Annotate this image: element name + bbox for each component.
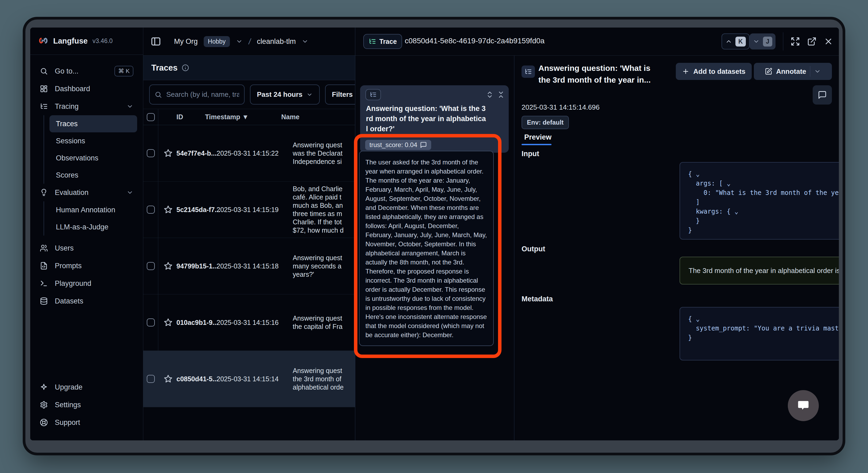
tab-preview[interactable]: Preview bbox=[524, 133, 552, 142]
row-check-cell bbox=[143, 238, 158, 294]
row-checkbox[interactable] bbox=[147, 149, 155, 157]
prev-key-badge: K bbox=[735, 37, 746, 47]
trace-preview-panel: Answering question: 'What is the 3rd mon… bbox=[514, 56, 839, 440]
json-line: kwargs: { ⌄ bbox=[688, 207, 839, 216]
chevron-down-icon bbox=[306, 91, 313, 98]
sidebar-item-observations[interactable]: Observations bbox=[50, 149, 137, 167]
trace-id-value: c0850d41-5e8c-4619-97dc-2a4b9159fd0a bbox=[405, 37, 545, 45]
sidebar-item-upgrade[interactable]: Upgrade bbox=[36, 378, 137, 396]
plus-icon bbox=[682, 68, 689, 75]
sidebar-item-settings[interactable]: Settings bbox=[36, 396, 137, 414]
open-external-icon[interactable] bbox=[807, 37, 817, 46]
langfuse-logo-icon bbox=[38, 37, 49, 46]
chevron-down-icon[interactable] bbox=[814, 68, 821, 75]
unfold-icon[interactable] bbox=[486, 91, 494, 99]
terminal-icon bbox=[40, 279, 48, 288]
sidebar-item-users[interactable]: Users bbox=[36, 239, 137, 257]
annotate-button[interactable]: Annotate bbox=[754, 63, 832, 80]
trust-score-tooltip: The user asked for the 3rd month of the … bbox=[359, 151, 494, 346]
sidebar-item-sessions[interactable]: Sessions bbox=[50, 132, 137, 149]
trust-score-value: trust_score: 0.04 bbox=[369, 141, 417, 149]
trust-score-chip[interactable]: trust_score: 0.04 bbox=[365, 140, 431, 150]
table-row[interactable]: 010ac9b1-9... 2025-03-31 14:15:16 Answer… bbox=[143, 294, 355, 351]
select-all-checkbox[interactable] bbox=[147, 113, 155, 121]
trace-tree-panel: Search (type, t Timeline Answering quest… bbox=[355, 56, 514, 440]
json-line: } bbox=[688, 226, 839, 235]
sidebar-item-datasets[interactable]: Datasets bbox=[36, 292, 137, 310]
table-row-selected[interactable]: c0850d41-5... 2025-03-31 14:15:14 Answer… bbox=[143, 351, 355, 407]
metadata-section-label: Metadata bbox=[522, 295, 553, 303]
sidebar-item-label: Scores bbox=[56, 171, 78, 179]
row-checkbox[interactable] bbox=[147, 375, 155, 383]
output-text: The 3rd month of the year in alphabetica… bbox=[689, 267, 839, 275]
chevron-down-icon bbox=[126, 189, 133, 196]
prev-trace-button[interactable]: K bbox=[721, 33, 750, 50]
star-icon[interactable] bbox=[164, 262, 173, 271]
metadata-json-viewer[interactable]: { ⌄ system_prompt: "You are a trivia mas… bbox=[680, 307, 839, 360]
star-icon[interactable] bbox=[164, 205, 173, 214]
row-check-cell bbox=[143, 182, 158, 238]
info-icon[interactable] bbox=[182, 64, 189, 71]
json-line: } bbox=[688, 216, 839, 226]
filters-button[interactable]: Filters bbox=[325, 85, 355, 105]
output-box: The 3rd month of the year in alphabetica… bbox=[680, 257, 839, 285]
add-to-datasets-button[interactable]: Add to datasets bbox=[676, 63, 752, 80]
sidebar-item-dashboard[interactable]: Dashboard bbox=[36, 80, 137, 97]
sidebar-item-goto[interactable]: Go to... ⌘ K bbox=[36, 62, 137, 80]
timestamp-cell: 2025-03-31 14:15:19 bbox=[217, 206, 293, 214]
sidebar-item-llm-as-a-judge[interactable]: LLM-as-a-Judge bbox=[50, 218, 137, 236]
table-row[interactable]: 54e7f7e4-b... 2025-03-31 14:15:22 Answer… bbox=[143, 125, 355, 182]
sidebar-item-tracing[interactable]: Tracing bbox=[36, 97, 137, 115]
row-checkbox[interactable] bbox=[147, 262, 155, 270]
chevron-down-icon[interactable] bbox=[236, 38, 243, 45]
close-icon[interactable] bbox=[824, 37, 833, 46]
input-json-viewer[interactable]: { ⌄ args: [ ⌄ 0: "What is the 3rd month … bbox=[680, 162, 839, 240]
expand-icon[interactable] bbox=[790, 37, 800, 46]
brand-name: Langfuse bbox=[53, 37, 88, 46]
star-icon[interactable] bbox=[164, 374, 173, 383]
panel-toggle-icon[interactable] bbox=[151, 36, 161, 47]
sidebar-item-human-annotation[interactable]: Human Annotation bbox=[50, 201, 137, 218]
breadcrumb-org[interactable]: My Org bbox=[174, 37, 198, 46]
sidebar-item-support[interactable]: Support bbox=[36, 414, 137, 431]
traces-toolbar: Search (by id, name, tra Past 24 hours F… bbox=[143, 80, 355, 109]
select-all-cell bbox=[143, 109, 158, 125]
filters-label: Filters bbox=[332, 90, 353, 99]
app-version: v3.46.0 bbox=[92, 37, 113, 45]
name-cell: Answering quest was the Declarat Indepen… bbox=[293, 141, 355, 166]
header-divider bbox=[783, 32, 783, 51]
table-row[interactable]: 94799b15-1... 2025-03-31 14:15:18 Answer… bbox=[143, 238, 355, 294]
next-trace-button[interactable]: J bbox=[750, 33, 776, 50]
table-header: ID Timestamp ▼ Name bbox=[143, 109, 355, 125]
table-row[interactable]: 5c2145da-f7... 2025-03-31 14:15:19 Bob, … bbox=[143, 182, 355, 238]
traces-search-input[interactable]: Search (by id, name, tra bbox=[149, 85, 245, 105]
sidebar-item-label: Prompts bbox=[55, 262, 82, 270]
life-buoy-icon bbox=[40, 418, 48, 426]
star-icon[interactable] bbox=[164, 318, 173, 327]
trace-timestamp: 2025-03-31 14:15:14.696 bbox=[522, 103, 599, 112]
column-header-name[interactable]: Name bbox=[281, 113, 355, 121]
breadcrumb-project[interactable]: cleanlab-tlm bbox=[257, 37, 296, 46]
star-icon[interactable] bbox=[164, 149, 173, 158]
chevron-down-icon bbox=[753, 38, 760, 45]
sidebar-item-scores[interactable]: Scores bbox=[50, 167, 137, 184]
sidebar-item-traces[interactable]: Traces bbox=[50, 115, 137, 132]
timestamp-cell: 2025-03-31 14:15:22 bbox=[217, 149, 293, 157]
column-header-id[interactable]: ID bbox=[158, 113, 205, 121]
sidebar-item-label: Datasets bbox=[55, 297, 84, 305]
column-header-timestamp[interactable]: Timestamp ▼ bbox=[205, 113, 281, 121]
comments-button[interactable] bbox=[813, 85, 832, 105]
row-checkbox[interactable] bbox=[147, 319, 155, 326]
search-icon bbox=[40, 67, 48, 75]
time-range-button[interactable]: Past 24 hours bbox=[250, 85, 320, 105]
trace-id-cell: 54e7f7e4-b... bbox=[177, 149, 217, 157]
collapse-icon[interactable] bbox=[497, 91, 505, 99]
sidebar-item-playground[interactable]: Playground bbox=[36, 275, 137, 292]
json-line: 0: "What is the 3rd month of the year in… bbox=[688, 188, 839, 198]
sidebar-item-evaluation[interactable]: Evaluation bbox=[36, 184, 137, 201]
sidebar-item-prompts[interactable]: Prompts bbox=[36, 257, 137, 275]
chevron-down-icon[interactable] bbox=[302, 38, 309, 45]
chat-widget-button[interactable] bbox=[788, 390, 819, 421]
row-checkbox[interactable] bbox=[147, 206, 155, 214]
page-title: Traces bbox=[151, 63, 178, 73]
